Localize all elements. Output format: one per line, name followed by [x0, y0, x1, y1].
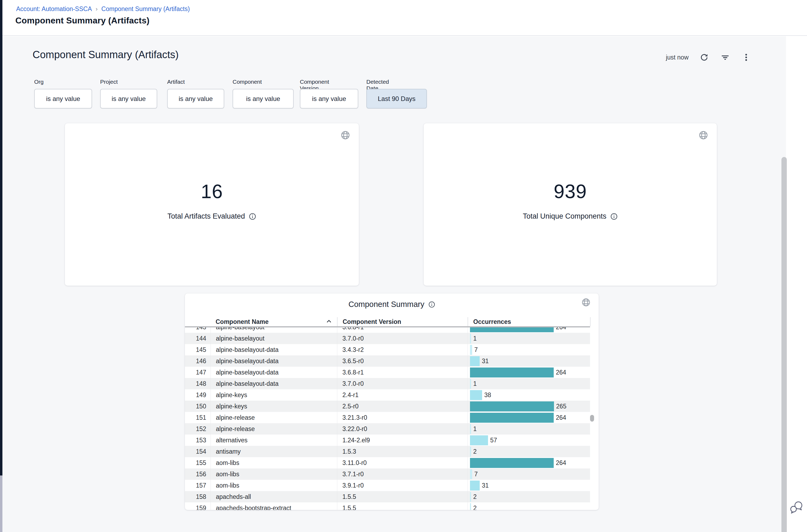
table-row[interactable]: 149alpine-keys2.4-r138	[185, 389, 590, 401]
component-version-cell[interactable]: 3.9.1-r0	[337, 480, 467, 491]
chat-help-widget-button[interactable]	[790, 501, 804, 514]
component-name-cell[interactable]: alpine-baselayout-data	[211, 355, 337, 367]
component-name-cell[interactable]: alternatives	[211, 435, 337, 446]
component-version-cell[interactable]: 3.4.3-r2	[337, 344, 467, 355]
stat-content: 16 Total Artifacts Evaluated	[65, 123, 359, 286]
component-version-cell[interactable]: 3.6.8-r1	[337, 367, 467, 378]
table-row[interactable]: 153alternatives1.24-2.el957	[185, 435, 590, 446]
table-row[interactable]: 145alpine-baselayout-data3.4.3-r27	[185, 344, 590, 355]
component-version-cell[interactable]: 3.22.0-r0	[337, 423, 467, 435]
table-row[interactable]: 143alpine-baselayout3.6.8-r1264	[185, 327, 590, 333]
occurrences-cell[interactable]: 264	[467, 367, 590, 378]
info-icon[interactable]	[428, 301, 435, 308]
collapsed-sidebar-strip[interactable]	[0, 0, 2, 475]
component-name-cell[interactable]: alpine-baselayout	[211, 327, 337, 333]
occurrences-cell[interactable]: 7	[467, 469, 590, 480]
column-header-component-name[interactable]: Component Name	[216, 317, 323, 326]
table-row[interactable]: 148alpine-baselayout-data3.7.0-r01	[185, 378, 590, 389]
table-row[interactable]: 144alpine-baselayout3.7.0-r01	[185, 333, 590, 344]
component-version-cell[interactable]: 1.5.5	[337, 491, 467, 502]
component-name-cell[interactable]: aom-libs	[211, 480, 337, 491]
filter-value-org[interactable]: is any value	[34, 89, 92, 109]
table-row[interactable]: 159apacheds-bootstrap-extract1.5.52	[185, 502, 590, 510]
component-name-cell[interactable]: alpine-release	[211, 412, 337, 423]
breadcrumb-current-link[interactable]: Component Summary (Artifacts)	[101, 5, 190, 13]
table-row[interactable]: 152alpine-release3.22.0-r01	[185, 423, 590, 435]
component-version-cell[interactable]: 3.6.5-r0	[337, 355, 467, 367]
occurrences-cell[interactable]: 265	[467, 401, 590, 412]
table-row[interactable]: 158apacheds-all1.5.52	[185, 491, 590, 502]
component-name-cell[interactable]: alpine-release	[211, 423, 337, 435]
info-icon[interactable]	[249, 213, 256, 220]
component-version-cell[interactable]: 2.5-r0	[337, 401, 467, 412]
table-scrollbar-thumb[interactable]	[590, 415, 594, 422]
occurrences-cell[interactable]: 31	[467, 355, 590, 367]
component-version-cell[interactable]: 2.4-r1	[337, 389, 467, 401]
occurrences-cell[interactable]: 1	[467, 423, 590, 435]
component-name-cell[interactable]: alpine-keys	[211, 401, 337, 412]
globe-timezone-icon[interactable]	[581, 298, 591, 307]
component-name-cell[interactable]: aom-libs	[211, 469, 337, 480]
component-version-cell[interactable]: 3.6.8-r1	[337, 327, 467, 333]
occurrences-bar	[470, 401, 554, 412]
stat-value: 16	[201, 180, 223, 203]
occurrences-cell[interactable]: 31	[467, 480, 590, 491]
table-row[interactable]: 154antisamy1.5.32	[185, 446, 590, 457]
occurrences-cell[interactable]: 264	[467, 412, 590, 423]
table-row[interactable]: 150alpine-keys2.5-r0265	[185, 401, 590, 412]
component-version-cell[interactable]: 3.7.0-r0	[337, 378, 467, 389]
filter-value-artifact[interactable]: is any value	[167, 89, 224, 109]
occurrences-bar	[470, 390, 482, 400]
row-index: 148	[185, 378, 211, 389]
column-header-component-version[interactable]: Component Version	[337, 317, 467, 326]
occurrences-cell[interactable]: 2	[467, 502, 590, 510]
component-name-cell[interactable]: alpine-baselayout-data	[211, 378, 337, 389]
filter-value-detected-date[interactable]: Last 90 Days	[366, 89, 427, 109]
occurrences-cell[interactable]: 264	[467, 327, 590, 333]
component-name-cell[interactable]: apacheds-all	[211, 491, 337, 502]
info-icon[interactable]	[610, 213, 618, 220]
chat-bubbles-icon	[790, 501, 804, 514]
component-version-cell[interactable]: 3.7.0-r0	[337, 333, 467, 344]
refresh-button[interactable]	[699, 52, 710, 63]
occurrences-cell[interactable]: 264	[467, 457, 590, 469]
component-version-cell[interactable]: 1.5.3	[337, 446, 467, 457]
table-row[interactable]: 147alpine-baselayout-data3.6.8-r1264	[185, 367, 590, 378]
collapsed-sidebar-strip-lower[interactable]	[0, 475, 2, 532]
occurrences-cell[interactable]: 38	[467, 389, 590, 401]
filter-value-project[interactable]: is any value	[100, 89, 157, 109]
occurrences-cell[interactable]: 1	[467, 378, 590, 389]
component-name-cell[interactable]: alpine-baselayout-data	[211, 367, 337, 378]
component-name-cell[interactable]: alpine-baselayout	[211, 333, 337, 344]
occurrences-cell[interactable]: 7	[467, 344, 590, 355]
table-row[interactable]: 157aom-libs3.9.1-r031	[185, 480, 590, 491]
occurrences-bar	[470, 480, 480, 491]
component-name-cell[interactable]: antisamy	[211, 446, 337, 457]
component-version-cell[interactable]: 3.21.3-r0	[337, 412, 467, 423]
occurrences-cell[interactable]: 57	[467, 435, 590, 446]
occurrences-cell[interactable]: 2	[467, 491, 590, 502]
table-row[interactable]: 146alpine-baselayout-data3.6.5-r031	[185, 355, 590, 367]
dashboard-title: Component Summary (Artifacts)	[33, 49, 179, 61]
column-header-occurrences[interactable]: Occurrences	[467, 317, 590, 326]
occurrences-cell[interactable]: 1	[467, 333, 590, 344]
component-name-cell[interactable]: apacheds-bootstrap-extract	[211, 502, 337, 510]
occurrences-cell[interactable]: 2	[467, 446, 590, 457]
dashboard-actions-menu-button[interactable]	[741, 52, 752, 63]
breadcrumb-account-link[interactable]: Account: Automation-SSCA	[16, 5, 92, 13]
component-name-cell[interactable]: alpine-baselayout-data	[211, 344, 337, 355]
table-row[interactable]: 156aom-libs3.7.1-r07	[185, 469, 590, 480]
component-version-cell[interactable]: 1.24-2.el9	[337, 435, 467, 446]
filter-value-component-version[interactable]: is any value	[300, 89, 358, 109]
component-name-cell[interactable]: aom-libs	[211, 457, 337, 469]
panel-scrollbar-thumb[interactable]	[782, 157, 787, 532]
component-version-cell[interactable]: 3.11.0-r0	[337, 457, 467, 469]
component-version-cell[interactable]: 3.7.1-r0	[337, 469, 467, 480]
dashboard-filters-button[interactable]	[720, 52, 731, 63]
filter-value-component[interactable]: is any value	[233, 89, 294, 109]
component-version-cell[interactable]: 1.5.5	[337, 502, 467, 510]
component-name-cell[interactable]: alpine-keys	[211, 389, 337, 401]
table-row[interactable]: 151alpine-release3.21.3-r0264	[185, 412, 590, 423]
sort-ascending-icon[interactable]	[326, 319, 332, 323]
table-row[interactable]: 155aom-libs3.11.0-r0264	[185, 457, 590, 469]
